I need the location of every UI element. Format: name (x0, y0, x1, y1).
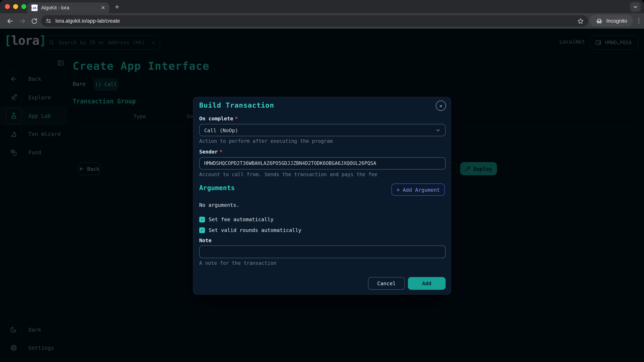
set-fee-checkbox-row[interactable]: ✓ Set fee automatically (199, 216, 274, 223)
dialog-close-button[interactable]: ✕ (436, 100, 446, 111)
browser-window: [ak] AlgoKit - lora ✕ + lora.algokit.io/… (0, 0, 644, 362)
required-asterisk: * (219, 149, 222, 155)
site-info-icon[interactable] (45, 17, 52, 24)
incognito-badge: Incognito (590, 15, 633, 27)
add-argument-label: Add Argument (403, 187, 440, 193)
no-arguments-text: No arguments. (199, 202, 240, 208)
minimize-window-button[interactable] (13, 4, 18, 9)
browser-menu-button[interactable]: ⋮ (636, 17, 642, 24)
note-helper: A note for the transaction (199, 260, 276, 266)
app-page: [lora] Search by ID or Address (⌘K) ✕ Lo… (0, 29, 644, 362)
browser-toolbar: lora.algokit.io/app-lab/create Incognito… (0, 13, 644, 29)
set-fee-label: Set fee automatically (209, 216, 274, 223)
traffic-lights (5, 4, 26, 9)
build-transaction-dialog: Build Transaction ✕ On complete* Call (N… (193, 97, 451, 295)
forward-nav-button[interactable] (16, 15, 28, 27)
required-asterisk: * (235, 115, 238, 121)
sender-input[interactable]: HMWDSHQCOPD2T36WBAHLAZ6PO5GDJJZBN4D2TODK… (199, 157, 446, 169)
add-button[interactable]: Add (408, 277, 446, 290)
back-nav-button[interactable] (4, 15, 16, 27)
set-valid-rounds-label: Set valid rounds automatically (209, 227, 301, 233)
sender-helper: Account to call from. Sends the transact… (199, 172, 377, 177)
tab-strip: [ak] AlgoKit - lora ✕ + (0, 0, 644, 13)
incognito-icon (596, 17, 603, 24)
note-input[interactable] (199, 245, 446, 258)
zoom-window-button[interactable] (21, 4, 26, 9)
chevron-down-icon (435, 127, 441, 133)
incognito-label: Incognito (606, 18, 627, 24)
note-label: Note (199, 237, 212, 244)
plus-icon: + (396, 186, 400, 193)
on-complete-value: Call (NoOp) (204, 127, 238, 133)
url-bar[interactable]: lora.algokit.io/app-lab/create (41, 15, 588, 27)
close-window-button[interactable] (5, 4, 10, 9)
cancel-button[interactable]: Cancel (368, 277, 405, 290)
sender-label: Sender* (199, 149, 222, 155)
checkbox-checked-icon[interactable]: ✓ (199, 217, 205, 222)
arguments-heading: Arguments (199, 184, 235, 192)
tab-search-button[interactable] (630, 2, 641, 12)
forward-arrow-icon (18, 17, 26, 25)
sender-value: HMWDSHQCOPD2T36WBAHLAZ6PO5GDJJZBN4D2TODK… (204, 161, 376, 166)
tab-close-icon[interactable]: ✕ (101, 5, 105, 10)
new-tab-button[interactable]: + (112, 2, 122, 12)
add-argument-button[interactable]: + Add Argument (392, 184, 445, 196)
dialog-title: Build Transaction (199, 101, 274, 109)
tab-favicon-icon: [ak] (31, 4, 38, 11)
checkbox-checked-icon[interactable]: ✓ (199, 227, 205, 233)
on-complete-helper: Action to perform after executing the pr… (199, 138, 333, 144)
on-complete-select[interactable]: Call (NoOp) (199, 124, 446, 136)
bookmark-star-icon[interactable] (577, 17, 584, 24)
reload-button[interactable] (28, 15, 40, 27)
url-text[interactable]: lora.algokit.io/app-lab/create (56, 18, 574, 24)
on-complete-label: On complete* (199, 115, 238, 121)
browser-tab[interactable]: [ak] AlgoKit - lora ✕ (27, 2, 109, 13)
tab-title: AlgoKit - lora (41, 5, 98, 10)
back-arrow-icon (6, 17, 14, 25)
set-valid-rounds-checkbox-row[interactable]: ✓ Set valid rounds automatically (199, 227, 301, 233)
chevron-down-icon (632, 4, 638, 10)
reload-icon (30, 17, 38, 24)
